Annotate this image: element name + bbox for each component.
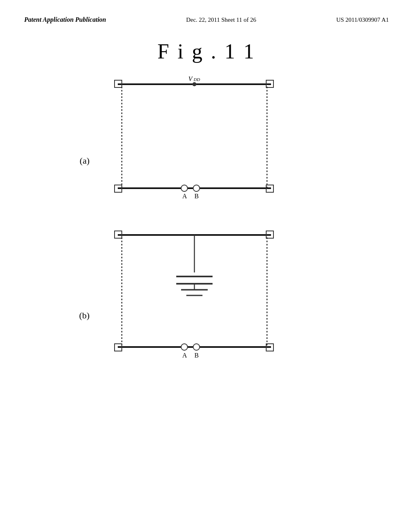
diagram-a-terminal-a-label: A [182,193,187,200]
diagram-b-terminal-b-label: B [194,352,199,359]
diagram-b-terminal-a-circle [181,344,188,350]
diagram-b-row: (b) [65,226,348,365]
diagrams-area: (a) [0,75,413,369]
diagram-a-vdd-sub: DD [193,77,200,82]
diagram-a-row: (a) [65,75,348,206]
diagram-a-terminal-a-circle [181,185,188,191]
figure-title: F i g . 1 1 [0,39,413,63]
diagram-b-terminal-b-circle [193,344,200,350]
header-date-sheet: Dec. 22, 2011 Sheet 11 of 26 [186,17,256,23]
diagram-b-svg: A B [98,226,307,363]
diagram-a-terminal-b-label: B [194,193,199,200]
diagram-b-svg-container: A B [98,226,348,365]
header-publication-label: Patent Application Publication [24,16,106,23]
diagram-a-vdd-text: V [188,75,193,82]
diagram-a-vdd-dot [192,82,196,86]
page: Patent Application Publication Dec. 22, … [0,0,413,532]
diagram-a-terminal-b-circle [193,185,200,191]
page-header: Patent Application Publication Dec. 22, … [0,0,413,23]
diagram-a-label: (a) [65,156,98,166]
diagram-a-svg: V DD A B [98,75,307,204]
diagram-b-terminal-a-label: A [182,352,187,359]
diagram-a-svg-container: V DD A B [98,75,348,206]
diagram-b-label: (b) [65,310,98,321]
header-patent-number: US 2011/0309907 A1 [336,17,389,23]
